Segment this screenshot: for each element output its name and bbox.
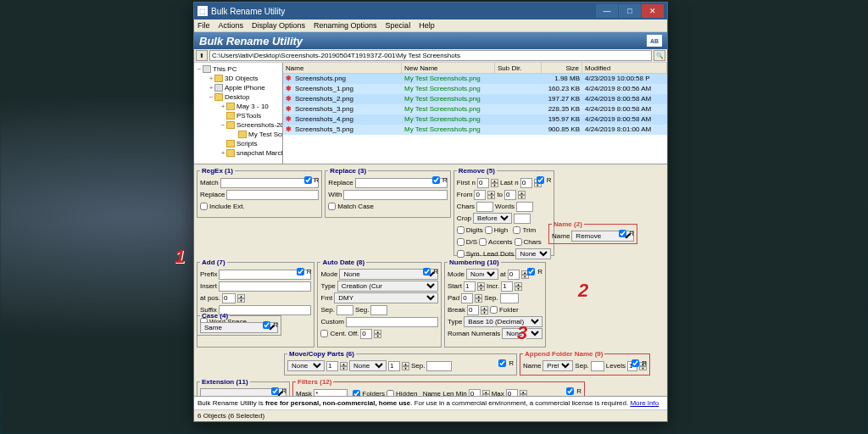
maximize-button[interactable]: □ bbox=[619, 4, 641, 18]
replace-with-input[interactable] bbox=[343, 190, 447, 200]
pathbar: ⬆ 🔍 bbox=[194, 49, 667, 63]
panel-case: Case (4) R Same bbox=[197, 312, 281, 336]
path-input[interactable] bbox=[209, 50, 652, 61]
panel-autodate: Auto Date (8) R ModeNone TypeCreation (C… bbox=[317, 259, 442, 348]
regex-replace-input[interactable] bbox=[226, 190, 319, 200]
menu-help[interactable]: Help bbox=[419, 21, 435, 30]
panel-numbering: Numbering (10) R ModeNoneat▲▼ Start▲▼Inc… bbox=[444, 259, 546, 348]
window-title: Bulk Rename Utility bbox=[211, 7, 596, 16]
table-row[interactable]: ✱Screenshots_5.pngMy Test Screenshots.pn… bbox=[283, 125, 667, 135]
folder-up-button[interactable]: ⬆ bbox=[196, 50, 208, 61]
panel-movecopy: Move/Copy Parts (6) R None▲▼None▲▼Sep. bbox=[284, 350, 517, 376]
menu-file[interactable]: File bbox=[198, 21, 210, 30]
table-row[interactable]: ✱Screenshots_2.pngMy Test Screenshots.pn… bbox=[283, 94, 667, 104]
col-size[interactable]: Size bbox=[542, 63, 582, 73]
folder-tree[interactable]: −This PC +3D Objects +Apple iPhone −Desk… bbox=[194, 63, 283, 164]
footer: Bulk Rename Utility is free for personal… bbox=[194, 396, 667, 409]
table-row[interactable]: ✱Screenshots_4.pngMy Test Screenshots.pn… bbox=[283, 114, 667, 125]
regex-includeext[interactable] bbox=[200, 203, 208, 210]
moreinfo-link[interactable]: More Info bbox=[630, 399, 659, 407]
panel-remove: Remove (5) R First n▲▼Last n▲▼ From▲▼to▲… bbox=[453, 167, 555, 256]
banner-ab-icon[interactable]: AB bbox=[647, 35, 662, 47]
table-row[interactable]: ✱Screenshots.pngMy Test Screenshots.png1… bbox=[283, 74, 667, 84]
file-icon: ✱ bbox=[286, 94, 293, 102]
banner: Bulk Rename Utility AB bbox=[194, 32, 667, 49]
table-row[interactable]: ✱Screenshots_3.pngMy Test Screenshots.pn… bbox=[283, 104, 667, 114]
col-name[interactable]: Name bbox=[283, 63, 402, 73]
file-list-header[interactable]: Name New Name Sub Dir. Size Modified bbox=[283, 63, 667, 74]
file-icon: ✱ bbox=[286, 114, 293, 122]
panel-filters: Filters (12) R Mask FoldersHidden Name L… bbox=[292, 378, 585, 396]
panels: RegEx (1) R Match Replace Include Ext. R… bbox=[194, 164, 667, 396]
app-window: ⬚ Bulk Rename Utility — □ ✕ File Actions… bbox=[193, 2, 668, 422]
path-go-button[interactable]: 🔍 bbox=[654, 50, 665, 61]
file-icon: ✱ bbox=[286, 84, 293, 92]
banner-title: Bulk Rename Utility bbox=[199, 35, 303, 47]
regex-enable[interactable] bbox=[304, 176, 312, 184]
close-button[interactable]: ✕ bbox=[642, 4, 664, 18]
app-icon: ⬚ bbox=[198, 6, 208, 16]
minimize-button[interactable]: — bbox=[596, 4, 618, 18]
titlebar[interactable]: ⬚ Bulk Rename Utility — □ ✕ bbox=[194, 3, 667, 19]
replace-matchcase[interactable] bbox=[328, 203, 336, 210]
panel-replace: Replace (3) R Replace With Match Case bbox=[325, 167, 450, 218]
file-icon: ✱ bbox=[286, 104, 293, 112]
menu-renaming[interactable]: Renaming Options bbox=[314, 21, 377, 30]
file-icon: ✱ bbox=[286, 74, 293, 81]
panel-appendfolder: Append Folder Name (9) R NamePrefixSep.L… bbox=[520, 350, 650, 376]
file-list[interactable]: Name New Name Sub Dir. Size Modified ✱Sc… bbox=[283, 63, 667, 164]
menu-display[interactable]: Display Options bbox=[252, 21, 305, 30]
menubar: File Actions Display Options Renaming Op… bbox=[194, 19, 667, 32]
col-modified[interactable]: Modified bbox=[582, 63, 667, 73]
table-row[interactable]: ✱Screenshots_1.pngMy Test Screenshots.pn… bbox=[283, 84, 667, 94]
col-subdir[interactable]: Sub Dir. bbox=[495, 63, 542, 73]
statusbar: 6 Objects (6 Selected) bbox=[194, 409, 667, 421]
col-newname[interactable]: New Name bbox=[402, 63, 495, 73]
menu-special[interactable]: Special bbox=[386, 21, 411, 30]
panel-name: Name (2) R NameRemove bbox=[548, 220, 637, 244]
menu-actions[interactable]: Actions bbox=[219, 21, 244, 30]
add-insert-input[interactable] bbox=[219, 281, 311, 292]
panel-extension: Extension (11) R bbox=[197, 378, 290, 396]
panel-regex: RegEx (1) R Match Replace Include Ext. bbox=[197, 167, 322, 218]
file-icon: ✱ bbox=[286, 125, 293, 132]
